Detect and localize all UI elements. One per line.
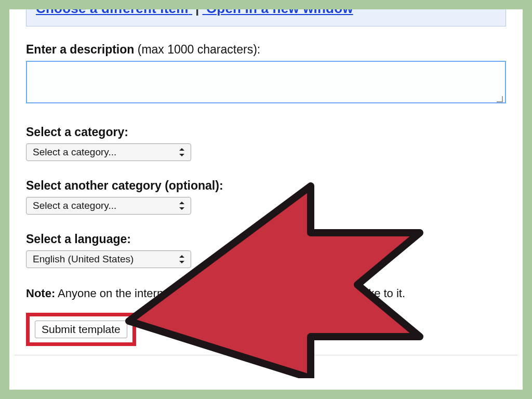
note-text: Note: Anyone on the internet wir templat… [26, 286, 483, 301]
category2-value: Select a category... [33, 200, 116, 211]
category2-label: Select another category (optional): [26, 179, 506, 193]
language-value: English (United States) [33, 254, 134, 265]
description-label: Enter a description (max 1000 characters… [26, 43, 506, 57]
category1-label: Select a category: [26, 125, 506, 139]
category1-select[interactable]: Select a category... [26, 143, 191, 161]
updown-caret-icon [179, 202, 185, 210]
language-label: Select a language: [26, 232, 506, 246]
category2-select[interactable]: Select a category... [26, 197, 191, 215]
updown-caret-icon [179, 255, 185, 263]
updown-caret-icon [179, 148, 185, 156]
language-select[interactable]: English (United States) [26, 250, 191, 268]
submit-highlight-box: Submit template [26, 313, 136, 346]
category1-value: Select a category... [33, 147, 116, 158]
info-banner: Choose a different item | Open in a new … [26, 9, 506, 26]
description-input[interactable] [26, 61, 506, 103]
separator-line [15, 355, 517, 355]
choose-different-link[interactable]: Choose a different item [36, 9, 189, 16]
submit-template-button[interactable]: Submit template [35, 321, 127, 338]
open-new-window-link[interactable]: Open in a new window [206, 9, 353, 16]
banner-separator: | [195, 9, 199, 16]
